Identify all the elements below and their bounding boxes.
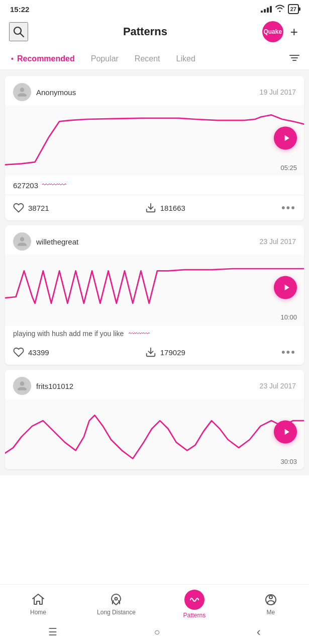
header: Patterns Quake + [0, 16, 309, 48]
tab-recent[interactable]: Recent [127, 48, 168, 69]
card-date-2: 23 Jul 2017 [260, 237, 296, 246]
tab-bar: Recommended Popular Recent Liked [0, 48, 309, 70]
search-button[interactable] [9, 22, 28, 41]
status-time: 15:22 [10, 5, 29, 14]
user-avatar-button[interactable]: Quake [262, 21, 283, 42]
pattern-card-3: frits101012 23 Jul 2017 30:03 [5, 370, 304, 469]
card-date-1: 19 Jul 2017 [260, 88, 296, 96]
filter-button[interactable] [289, 52, 300, 66]
wave-icon-2: 〰〰〰 [129, 330, 150, 338]
user-avatar-2 [13, 232, 31, 251]
bottom-nav: Home Long Distance Patterns [0, 584, 309, 622]
nav-home-label: Home [30, 609, 46, 616]
card-meta-1: 627203 〰〰〰 [5, 176, 304, 195]
card-footer-1: 38721 181663 ••• [5, 195, 304, 220]
like-count-1: 38721 [28, 204, 49, 212]
download-button-1[interactable]: 181663 [145, 202, 185, 213]
card-description-2: playing with hush add me if you like 〰〰〰 [5, 325, 304, 340]
card-user-3: frits101012 [13, 377, 73, 395]
more-button-2[interactable]: ••• [281, 346, 296, 359]
bottom-section: Home Long Distance Patterns [0, 584, 309, 644]
add-button[interactable]: + [288, 25, 300, 38]
download-count-2: 179029 [160, 348, 185, 357]
nav-patterns-label: Patterns [183, 612, 206, 619]
card-header-1: Anonymous 19 Jul 2017 [5, 76, 304, 105]
card-footer-2: 43399 179029 ••• [5, 340, 304, 365]
like-button-2[interactable]: 43399 [13, 347, 49, 358]
duration-2: 10:00 [280, 313, 297, 321]
nav-patterns[interactable]: Patterns [177, 590, 212, 619]
more-button-1[interactable]: ••• [281, 201, 296, 214]
card-header-2: willethegreat 23 Jul 2017 [5, 225, 304, 255]
card-user-1: Anonymous [13, 83, 76, 101]
waveform-3: 30:03 [5, 399, 304, 469]
cards-list: Anonymous 19 Jul 2017 05:25 627203 〰〰〰 [0, 70, 309, 475]
card-header-3: frits101012 23 Jul 2017 [5, 370, 304, 399]
sys-home-icon[interactable]: ○ [154, 626, 160, 638]
sys-back-icon[interactable]: ‹ [257, 625, 261, 639]
card-date-3: 23 Jul 2017 [260, 382, 296, 390]
nav-me-label: Me [267, 609, 275, 616]
status-bar: 15:22 27 [0, 0, 309, 16]
nav-me[interactable]: Me [253, 593, 288, 616]
nav-longdistance[interactable]: Long Distance [97, 593, 136, 616]
wave-icon-1: 〰〰〰 [42, 181, 66, 190]
signal-icon [261, 6, 272, 13]
waveform-2: 10:00 [5, 255, 304, 325]
user-avatar-1 [13, 83, 31, 101]
battery-icon: 27 [288, 4, 299, 14]
nav-home[interactable]: Home [21, 593, 56, 616]
nav-longdistance-label: Long Distance [97, 609, 136, 616]
play-button-3[interactable] [274, 420, 297, 443]
waveform-1: 05:25 [5, 105, 304, 176]
duration-3: 30:03 [280, 458, 297, 465]
wifi-icon [275, 4, 285, 14]
username-3: frits101012 [36, 382, 73, 390]
svg-line-1 [21, 34, 24, 37]
play-count-1: 627203 [13, 181, 38, 190]
tab-recommended[interactable]: Recommended [9, 48, 83, 69]
user-avatar-3 [13, 377, 31, 395]
system-nav: ☰ ○ ‹ [0, 622, 309, 644]
tab-liked[interactable]: Liked [168, 48, 203, 69]
duration-1: 05:25 [280, 164, 297, 172]
nav-patterns-icon [184, 590, 204, 610]
tab-popular[interactable]: Popular [83, 48, 127, 69]
avatar-label: Quake [263, 28, 282, 35]
header-actions: Quake + [262, 21, 300, 42]
content-area: Anonymous 19 Jul 2017 05:25 627203 〰〰〰 [0, 70, 309, 541]
status-icons: 27 [261, 4, 299, 14]
pattern-card-2: willethegreat 23 Jul 2017 10:00 playing … [5, 225, 304, 365]
download-count-1: 181663 [160, 204, 185, 212]
like-button-1[interactable]: 38721 [13, 202, 49, 213]
download-button-2[interactable]: 179029 [145, 347, 185, 358]
username-1: Anonymous [36, 88, 76, 97]
svg-point-7 [115, 598, 118, 600]
play-button-2[interactable] [274, 276, 297, 299]
card-user-2: willethegreat [13, 232, 78, 251]
like-count-2: 43399 [28, 348, 49, 357]
sys-menu-icon[interactable]: ☰ [48, 626, 57, 638]
pattern-card-1: Anonymous 19 Jul 2017 05:25 627203 〰〰〰 [5, 76, 304, 220]
play-button-1[interactable] [274, 126, 297, 149]
page-title: Patterns [123, 25, 167, 38]
username-2: willethegreat [36, 237, 78, 246]
